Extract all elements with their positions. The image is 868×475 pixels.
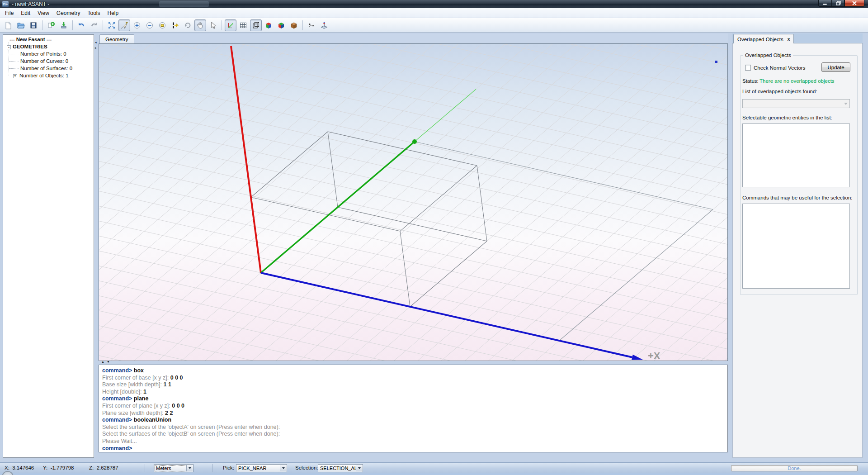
update-button[interactable]: Update: [821, 62, 850, 72]
coord-z: Z: 2.628787: [89, 465, 118, 470]
plane-normal-tool-icon[interactable]: [318, 19, 330, 31]
check-normal-vectors-checkbox[interactable]: [745, 65, 751, 71]
console-line: Select the surfaces of the 'objectB' on …: [102, 431, 727, 438]
box-wireframe: [251, 132, 487, 307]
units-combobox[interactable]: Meters: [154, 464, 193, 472]
wireframe-view-icon[interactable]: [250, 19, 262, 31]
tree-item-curves[interactable]: Number of Curves: 0: [20, 58, 68, 64]
coord-x: X: 3.147646: [5, 465, 34, 470]
pick-combobox[interactable]: PICK_NEAR: [236, 464, 287, 472]
command-console[interactable]: command> box First corner of base [x y z…: [99, 365, 728, 452]
expand-right-icon[interactable]: ▸: [95, 46, 97, 50]
overlapped-objects-combobox[interactable]: [742, 99, 850, 108]
undo-icon[interactable]: [75, 19, 87, 31]
minimize-button[interactable]: [818, 0, 832, 7]
tree-root[interactable]: --- New Fasant ---: [9, 37, 52, 42]
tab-overlapped-objects[interactable]: Overlapped Objects x: [733, 34, 794, 44]
tree-item-surfaces[interactable]: Number of Surfaces: 0: [20, 66, 72, 71]
tree-guide: [9, 54, 19, 54]
tree-item-points[interactable]: Number of Points: 0: [20, 51, 66, 57]
flip-normals-icon[interactable]: [169, 19, 181, 31]
chevron-down-icon: [356, 465, 362, 471]
entities-listbox[interactable]: [742, 124, 850, 187]
window-controls: [818, 0, 864, 7]
pan-hand-icon[interactable]: [194, 19, 206, 31]
selection-combobox[interactable]: SELECTION_ALL: [318, 464, 363, 472]
groupbox-title: Overlapped Objects: [743, 52, 793, 58]
revolve-tool-icon[interactable]: [306, 19, 317, 31]
menu-file[interactable]: File: [1, 9, 17, 18]
main-area: --- New Fasant --- - GEOMETRIES Number o…: [0, 33, 868, 462]
close-button[interactable]: [844, 0, 864, 7]
window-bottom-edge: [0, 473, 868, 475]
import-icon[interactable]: [58, 19, 70, 31]
zoom-out-icon[interactable]: [144, 19, 156, 31]
geometry-tree-panel: --- New Fasant --- - GEOMETRIES Number o…: [3, 34, 94, 458]
new-file-icon[interactable]: [2, 19, 14, 31]
chevron-down-icon: [186, 465, 193, 471]
progress-bar: Done.: [731, 465, 858, 471]
zoom-window-icon[interactable]: [156, 19, 168, 31]
tree-guide: [9, 61, 19, 62]
menu-view[interactable]: View: [34, 9, 53, 18]
viewport-3d-scene[interactable]: +X: [99, 44, 727, 361]
restore-button[interactable]: [832, 0, 844, 7]
collapse-left-icon[interactable]: ◂: [95, 41, 97, 44]
orbit-view-icon[interactable]: [182, 19, 193, 31]
axes-toggle-icon[interactable]: [225, 19, 236, 31]
open-folder-icon[interactable]: [15, 19, 27, 31]
app-icon: nF: [2, 1, 9, 7]
console-line: command> booleanUnion: [102, 417, 727, 424]
console-line: First corner of plane [x y z]: 0 0 0: [102, 403, 727, 410]
select-pen-icon[interactable]: [118, 19, 130, 31]
grid-toggle-icon[interactable]: [237, 19, 249, 31]
x-axis-label: +X: [648, 350, 660, 361]
viewport-tabstrip: Geometry: [99, 33, 728, 43]
tree-group-geometries[interactable]: GEOMETRIES: [13, 44, 47, 49]
commands-listbox[interactable]: [742, 204, 850, 289]
redo-icon[interactable]: [88, 19, 100, 31]
solid-view-icon[interactable]: [263, 19, 274, 31]
statusbar-separator: [145, 464, 145, 472]
overlapped-groupbox: Overlapped Objects Check Normal Vectors …: [740, 55, 858, 295]
splitter-up-icon[interactable]: ▲: [101, 360, 104, 363]
pointer-icon[interactable]: [207, 19, 219, 31]
zoom-in-icon[interactable]: [131, 19, 143, 31]
toolbar-separator: [103, 20, 103, 30]
toolbar-separator: [302, 20, 303, 30]
tab-geometry[interactable]: Geometry: [99, 34, 134, 44]
title-bar[interactable]: nF - newFASANT -: [0, 0, 868, 8]
fit-view-icon[interactable]: [106, 19, 118, 31]
console-prompt[interactable]: command>: [102, 445, 727, 452]
collapse-expander[interactable]: -: [7, 45, 11, 49]
menu-edit[interactable]: Edit: [17, 9, 34, 18]
shaded-view-icon[interactable]: [275, 19, 287, 31]
overlapped-objects-panel: Overlapped Objects Check Normal Vectors …: [732, 43, 863, 458]
save-icon[interactable]: [28, 19, 39, 31]
add-geometry-icon[interactable]: [45, 19, 57, 31]
status-value: There are no overlapped objects: [760, 78, 835, 84]
menu-help[interactable]: Help: [104, 9, 123, 18]
console-line: Select the surfaces of the 'objectA' on …: [102, 424, 727, 431]
expand-expander[interactable]: +: [13, 74, 17, 78]
tree-item-objects[interactable]: Number of Objects: 1: [19, 73, 69, 78]
vertical-splitter[interactable]: ◂ ▸: [95, 34, 98, 458]
menu-tools[interactable]: Tools: [84, 9, 104, 18]
viewport-3d[interactable]: +X: [99, 43, 728, 361]
entities-label: Selectable geometric entities in the lis…: [742, 115, 832, 120]
toolbar-separator: [72, 20, 73, 30]
horizontal-splitter[interactable]: ▲ ▼: [99, 361, 728, 365]
tab-close-icon[interactable]: x: [788, 37, 790, 42]
textured-view-icon[interactable]: [288, 19, 300, 31]
menu-geometry[interactable]: Geometry: [53, 9, 84, 18]
splitter-down-icon[interactable]: ▼: [107, 360, 110, 363]
tree-guide: [9, 68, 19, 69]
console-line: Base size [width depth]: 1 1: [102, 381, 727, 389]
checkbox-label: Check Normal Vectors: [754, 65, 805, 71]
console-line: Please Wait...: [102, 438, 727, 445]
x-axis-arrowhead: [632, 355, 643, 360]
toolbar-separator: [42, 20, 42, 30]
viewport-marker: [715, 61, 717, 63]
console-line: Plane size [width depth]: 2 2: [102, 410, 727, 417]
console-line: Height [double]: 1: [102, 389, 727, 396]
